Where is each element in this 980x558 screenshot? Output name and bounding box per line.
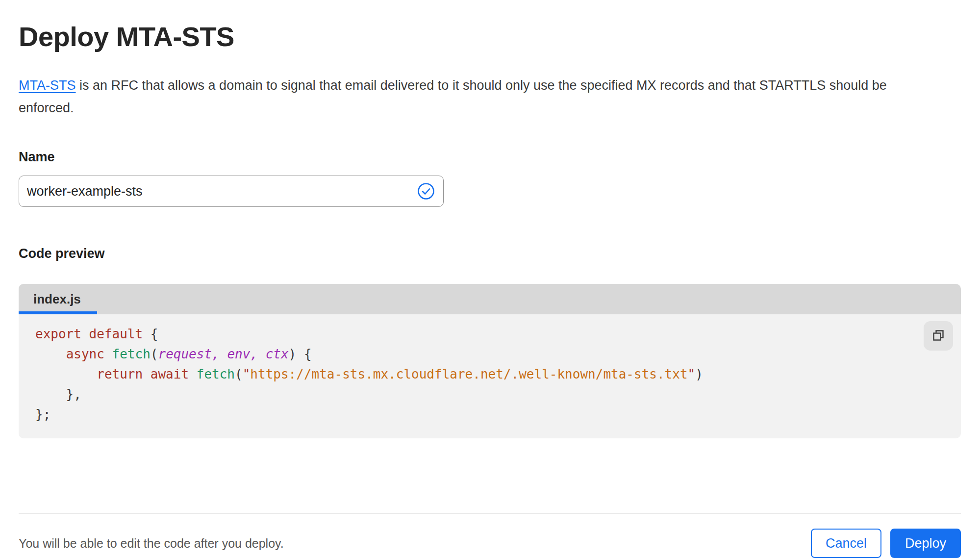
cancel-button[interactable]: Cancel — [811, 529, 881, 558]
name-label: Name — [19, 150, 961, 165]
code-token — [35, 367, 97, 381]
footer-bar: You will be able to edit the code after … — [19, 513, 961, 558]
deploy-mta-sts-page: Deploy MTA-STS MTA-STS is an RFC that al… — [0, 0, 980, 558]
code-token: return await — [97, 367, 189, 381]
code-line: }; — [35, 405, 961, 425]
code-line: }, — [35, 384, 961, 405]
code-token: export default — [35, 327, 143, 341]
code-token — [35, 347, 66, 361]
tab-index-js[interactable]: index.js — [19, 284, 97, 314]
code-line: export default { — [35, 324, 961, 344]
code-content: export default { async fetch(request, en… — [35, 324, 961, 425]
code-token: ( — [235, 367, 243, 381]
code-token: request, env, ctx — [158, 347, 289, 361]
page-title: Deploy MTA-STS — [19, 21, 961, 52]
code-preview-label: Code preview — [19, 246, 961, 261]
mta-sts-link[interactable]: MTA-STS — [19, 78, 76, 93]
copy-icon — [931, 329, 945, 344]
deploy-button[interactable]: Deploy — [890, 529, 961, 558]
worker-name-input[interactable] — [19, 176, 444, 207]
code-preview-block: index.js export default { async fetch(re… — [19, 284, 961, 438]
code-token: https://mta-sts.mx.cloudflare.net/.well-… — [250, 367, 687, 381]
code-tab-bar: index.js — [19, 284, 961, 314]
footer-actions: Cancel Deploy — [811, 529, 961, 558]
code-token — [104, 347, 112, 361]
code-token: " — [688, 367, 696, 381]
spacer — [19, 438, 961, 454]
description-body: is an RFC that allows a domain to signal… — [19, 78, 887, 115]
code-line: async fetch(request, env, ctx) { — [35, 344, 961, 364]
description-text: MTA-STS is an RFC that allows a domain t… — [19, 74, 945, 119]
code-token — [189, 367, 197, 381]
code-token: fetch — [197, 367, 235, 381]
code-token: { — [143, 327, 158, 341]
name-input-wrap — [19, 176, 444, 207]
code-editor-area: export default { async fetch(request, en… — [19, 314, 961, 438]
code-token: ) { — [289, 347, 312, 361]
tab-label: index.js — [33, 292, 81, 307]
footer-note: You will be able to edit the code after … — [19, 536, 284, 551]
copy-code-button[interactable] — [924, 321, 953, 351]
code-token: }, — [35, 387, 81, 402]
code-token: ( — [151, 347, 158, 361]
code-line: return await fetch("https://mta-sts.mx.c… — [35, 364, 961, 384]
code-token: " — [243, 367, 251, 381]
code-token: }; — [35, 407, 50, 422]
code-token: ) — [695, 367, 703, 381]
code-token: async — [66, 347, 104, 361]
check-circle-icon — [417, 182, 435, 200]
code-token: fetch — [112, 347, 151, 361]
